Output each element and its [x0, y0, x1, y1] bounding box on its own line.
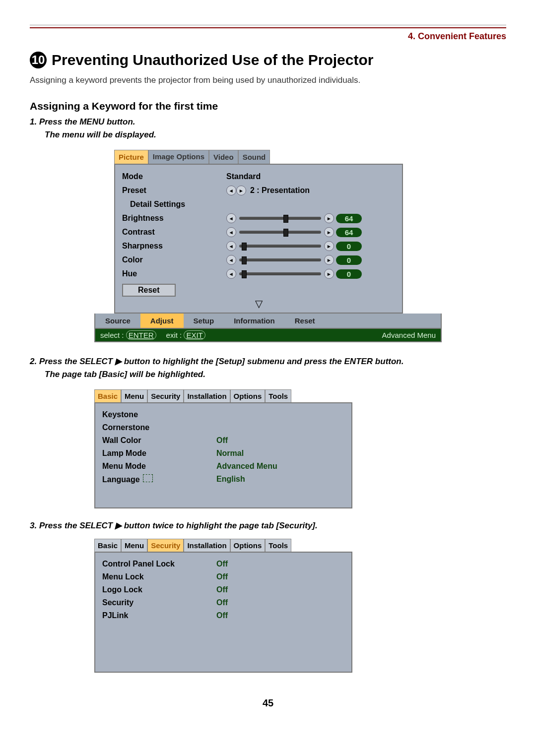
label-brightness: Brightness: [122, 214, 226, 223]
label-preset: Preset: [122, 186, 226, 195]
step-1-sub: The menu will be displayed.: [45, 130, 506, 140]
osd-setup-security: Basic Menu Security Installation Options…: [94, 539, 352, 673]
value-security: Off: [216, 598, 228, 607]
value-contrast: 64: [336, 228, 362, 237]
tab-installation-2[interactable]: Installation: [184, 539, 230, 552]
language-flag-icon: [143, 474, 153, 482]
value-color: 0: [336, 255, 362, 265]
label-contrast: Contrast: [122, 228, 226, 237]
value-pjlink: Off: [216, 611, 228, 620]
value-logo-lock: Off: [216, 585, 228, 594]
value-brightness: 64: [336, 214, 362, 223]
tab-tools-2[interactable]: Tools: [265, 539, 291, 552]
value-control-panel-lock: Off: [216, 560, 228, 568]
label-keystone[interactable]: Keystone: [102, 410, 216, 419]
step-2-sub: The page tab [Basic] will be highlighted…: [45, 370, 506, 379]
tab-tools[interactable]: Tools: [265, 389, 291, 402]
label-security[interactable]: Security: [102, 598, 216, 607]
scroll-down-icon[interactable]: ▽: [122, 297, 395, 310]
tab-basic[interactable]: Basic: [94, 389, 121, 402]
page-number: 45: [30, 697, 506, 709]
arrow-right-icon[interactable]: ▸: [236, 186, 246, 195]
bottombar-setup[interactable]: Setup: [184, 314, 224, 328]
tab-menu[interactable]: Menu: [121, 389, 147, 402]
label-sharpness: Sharpness: [122, 242, 226, 251]
tab-picture[interactable]: Picture: [114, 150, 148, 164]
tab-basic-2[interactable]: Basic: [94, 539, 121, 552]
section-title: Preventing Unauthorized Use of the Proje…: [52, 52, 373, 68]
label-logo-lock[interactable]: Logo Lock: [102, 585, 216, 594]
slider-contrast[interactable]: ◂▸: [226, 227, 334, 237]
value-language: English: [216, 475, 245, 484]
tab-security-2[interactable]: Security: [147, 539, 184, 552]
tab-options[interactable]: Options: [230, 389, 266, 402]
step-1: 1. Press the MENU button.: [30, 117, 506, 127]
label-menu-mode[interactable]: Menu Mode: [102, 462, 216, 471]
osd-adjust-menu: Picture Image Options Video Sound Mode S…: [94, 150, 442, 342]
value-preset: 2 : Presentation: [250, 186, 310, 195]
chapter-label: 4. Convenient Features: [408, 31, 506, 41]
status-exit: exit : EXIT: [166, 331, 205, 339]
label-pjlink[interactable]: PJLink: [102, 611, 216, 620]
label-wall-color[interactable]: Wall Color: [102, 436, 216, 445]
status-mode: Advanced Menu: [382, 331, 436, 339]
value-menu-lock: Off: [216, 572, 228, 581]
label-language[interactable]: Language: [102, 474, 216, 484]
tab-menu-2[interactable]: Menu: [121, 539, 147, 552]
value-wall-color: Off: [216, 436, 228, 445]
bottombar-adjust[interactable]: Adjust: [140, 314, 184, 328]
slider-color[interactable]: ◂▸: [226, 255, 334, 265]
slider-hue[interactable]: ◂▸: [226, 269, 334, 279]
label-hue: Hue: [122, 269, 226, 278]
bottombar-information[interactable]: Information: [224, 314, 285, 328]
slider-sharpness[interactable]: ◂▸: [226, 241, 334, 251]
sub-heading: Assigning a Keyword for the first time: [30, 100, 506, 112]
arrow-left-icon[interactable]: ◂: [226, 186, 236, 195]
step-3: 3. Press the SELECT ▶ button twice to hi…: [30, 520, 506, 531]
value-sharpness: 0: [336, 242, 362, 251]
tab-image-options[interactable]: Image Options: [148, 150, 209, 164]
value-mode: Standard: [226, 172, 261, 181]
label-cornerstone[interactable]: Cornerstone: [102, 423, 216, 432]
lead-text: Assigning a keyword prevents the project…: [30, 75, 506, 85]
value-menu-mode: Advanced Menu: [216, 462, 277, 471]
label-mode: Mode: [122, 172, 226, 181]
bottombar-source[interactable]: Source: [95, 314, 140, 328]
label-menu-lock[interactable]: Menu Lock: [102, 572, 216, 581]
label-control-panel-lock[interactable]: Control Panel Lock: [102, 560, 216, 568]
osd-setup-basic: Basic Menu Security Installation Options…: [94, 389, 352, 508]
slider-brightness[interactable]: ◂▸: [226, 213, 334, 223]
bottombar-reset[interactable]: Reset: [285, 314, 325, 328]
value-lamp-mode: Normal: [216, 449, 244, 458]
label-detail-settings[interactable]: Detail Settings: [122, 200, 234, 209]
tab-video[interactable]: Video: [209, 150, 238, 164]
label-lamp-mode[interactable]: Lamp Mode: [102, 449, 216, 458]
tab-options-2[interactable]: Options: [230, 539, 266, 552]
status-select: select : ENTER: [100, 331, 156, 339]
section-number-badge: 10: [30, 52, 47, 68]
reset-button[interactable]: Reset: [122, 284, 176, 297]
tab-sound[interactable]: Sound: [238, 150, 270, 164]
value-hue: 0: [336, 269, 362, 279]
label-color: Color: [122, 255, 226, 264]
tab-installation[interactable]: Installation: [184, 389, 230, 402]
tab-security[interactable]: Security: [147, 389, 184, 402]
step-2: 2. Press the SELECT ▶ button to highligh…: [30, 356, 506, 367]
